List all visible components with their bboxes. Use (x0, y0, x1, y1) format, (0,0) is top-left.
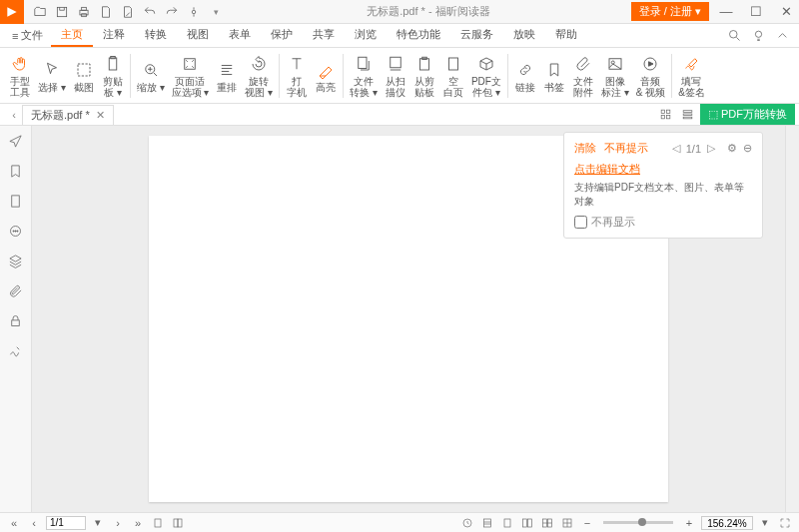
last-page-icon[interactable]: » (130, 515, 146, 531)
ribbon-blank[interactable]: 空 白页 (439, 51, 467, 100)
signature-panel-icon[interactable] (7, 341, 25, 359)
ribbon-reflow[interactable]: 重排 (213, 57, 241, 95)
scroll-icon[interactable] (184, 2, 204, 22)
tip-checkbox[interactable]: 不再显示 (574, 215, 752, 230)
ribbon-fit[interactable]: 页面适 应选项 ▾ (169, 51, 213, 100)
security-icon[interactable] (7, 311, 25, 329)
menu-主页[interactable]: 主页 (51, 24, 93, 47)
layers-icon[interactable] (7, 252, 25, 269)
zoom-value[interactable]: 156.24% (701, 516, 753, 530)
collapse-ribbon-icon[interactable] (773, 27, 791, 45)
doc2-icon[interactable] (118, 2, 138, 22)
ribbon-hl[interactable]: 高亮 (312, 57, 340, 95)
doc-icon[interactable] (96, 2, 116, 22)
first-page-icon[interactable]: « (6, 515, 22, 531)
redo-icon[interactable] (162, 2, 182, 22)
tab-prev-icon[interactable]: ‹ (6, 107, 22, 123)
vertical-scrollbar[interactable] (785, 126, 799, 512)
svg-rect-2 (82, 7, 87, 10)
st-doc1-icon[interactable] (150, 515, 166, 531)
ribbon-att[interactable]: 文件 附件 (569, 51, 597, 100)
pdf-convert-button[interactable]: ⬚PDF万能转换 (700, 104, 795, 125)
ribbon-scan[interactable]: 从扫 描仪 (382, 51, 409, 100)
tip-close-icon[interactable]: ⊖ (743, 142, 752, 155)
save-icon[interactable] (52, 2, 72, 22)
tab-close-icon[interactable]: ✕ (96, 109, 105, 122)
pages-icon[interactable] (7, 192, 25, 210)
ribbon-conv[interactable]: 文件 转换 ▾ (347, 51, 381, 100)
ribbon-sign[interactable]: 填写 &签名 (675, 51, 708, 100)
ribbon-paste[interactable]: 从剪 贴板 (410, 51, 438, 100)
menu-file-button[interactable]: ≡文件 (4, 25, 51, 46)
menu-云服务[interactable]: 云服务 (450, 24, 503, 47)
ribbon-av[interactable]: 音频 & 视频 (633, 51, 668, 100)
ribbon-snap[interactable]: 截图 (70, 57, 98, 95)
menu-转换[interactable]: 转换 (135, 24, 177, 47)
page-dd-icon[interactable]: ▾ (90, 515, 106, 531)
menu-保护[interactable]: 保护 (261, 24, 303, 47)
view-mode2-icon[interactable] (499, 515, 515, 531)
bookmark-icon[interactable] (7, 162, 25, 180)
navigation-icon[interactable] (7, 132, 25, 150)
tip-clear-link[interactable]: 清除 (574, 141, 596, 156)
menu-注释[interactable]: 注释 (93, 24, 135, 47)
maximize-button[interactable]: ☐ (743, 2, 769, 22)
ribbon-type[interactable]: 打 字机 (283, 51, 311, 100)
view-mode1-icon[interactable] (479, 515, 495, 531)
qat-dropdown-icon[interactable]: ▾ (206, 2, 226, 22)
zoom-in-icon[interactable]: + (681, 515, 697, 531)
attachment-icon[interactable] (7, 281, 25, 299)
svg-rect-8 (109, 58, 117, 70)
document-tab[interactable]: 无标题.pdf * ✕ (22, 105, 114, 125)
comments-icon[interactable] (7, 222, 25, 240)
ribbon-rotate[interactable]: 旋转 视图 ▾ (242, 51, 276, 100)
svg-rect-32 (12, 319, 20, 325)
close-button[interactable]: ✕ (773, 2, 799, 22)
view-mode3-icon[interactable] (519, 515, 535, 531)
view-list-icon[interactable] (678, 107, 696, 123)
ribbon-hand[interactable]: 手型 工具 (6, 51, 34, 100)
open-icon[interactable] (30, 2, 50, 22)
login-button[interactable]: 登录 / 注册 ▾ (631, 2, 709, 21)
zoom-dd-icon[interactable]: ▾ (757, 515, 773, 531)
page-input[interactable] (46, 516, 86, 530)
svg-rect-39 (523, 519, 527, 527)
fullscreen-icon[interactable] (777, 515, 793, 531)
tip-next-icon[interactable]: ▷ (707, 142, 715, 155)
st-doc2-icon[interactable] (170, 515, 186, 531)
bulb-icon[interactable] (749, 27, 767, 45)
view-grid-icon[interactable] (656, 107, 674, 123)
ribbon-img[interactable]: 图像 标注 ▾ (598, 51, 632, 100)
zoom-out-icon[interactable]: − (579, 515, 595, 531)
tip-page-count: 1/1 (686, 143, 701, 155)
tip-title-link[interactable]: 点击编辑文档 (574, 162, 752, 177)
view-mode5-icon[interactable] (559, 515, 575, 531)
menu-放映[interactable]: 放映 (503, 24, 545, 47)
ribbon-bm[interactable]: 书签 (540, 57, 568, 95)
view-mode4-icon[interactable] (539, 515, 555, 531)
tip-gear-icon[interactable]: ⚙ (727, 142, 737, 155)
menu-特色功能[interactable]: 特色功能 (387, 24, 450, 47)
zoom-slider[interactable] (603, 521, 673, 524)
ribbon-link[interactable]: 链接 (511, 57, 539, 95)
zoom-thumb[interactable] (638, 518, 646, 526)
canvas-area[interactable]: 清除 不再提示 ◁ 1/1 ▷ ⚙ ⊖ 点击编辑文档 支持编辑PDF文档文本、图… (32, 126, 785, 512)
minimize-button[interactable]: — (713, 2, 739, 22)
search-icon[interactable] (725, 27, 743, 45)
tip-noshow-link[interactable]: 不再提示 (604, 141, 648, 156)
tip-prev-icon[interactable]: ◁ (672, 142, 680, 155)
print-icon[interactable] (74, 2, 94, 22)
menu-视图[interactable]: 视图 (177, 24, 219, 47)
undo-icon[interactable] (140, 2, 160, 22)
menu-浏览[interactable]: 浏览 (345, 24, 387, 47)
menu-表单[interactable]: 表单 (219, 24, 261, 47)
next-page-icon[interactable]: › (110, 515, 126, 531)
ribbon-zoom[interactable]: 缩放 ▾ (134, 57, 168, 95)
prev-page-icon[interactable]: ‹ (26, 515, 42, 531)
menu-共享[interactable]: 共享 (303, 24, 345, 47)
ribbon-pkg[interactable]: PDF文 件包 ▾ (468, 51, 504, 100)
ribbon-clip[interactable]: 剪贴 板 ▾ (99, 51, 127, 100)
menu-帮助[interactable]: 帮助 (545, 24, 587, 47)
ribbon-select[interactable]: 选择 ▾ (35, 57, 69, 95)
read-mode-icon[interactable] (459, 515, 475, 531)
